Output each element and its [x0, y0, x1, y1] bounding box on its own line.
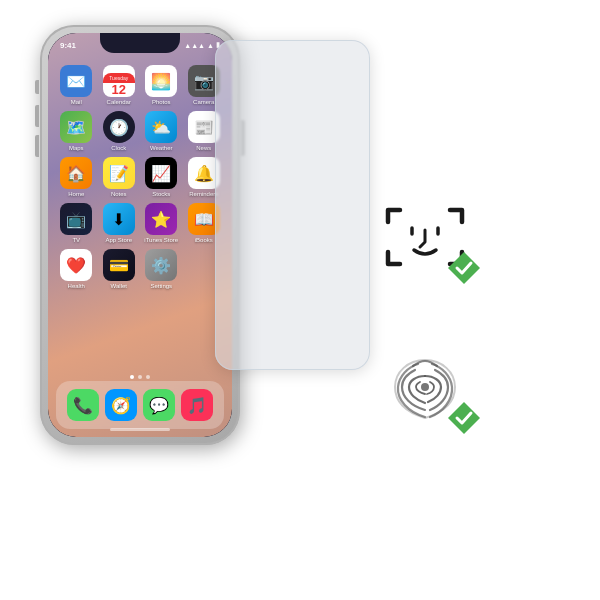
app-wallet[interactable]: 💳 Wallet [101, 249, 138, 289]
photos-icon: 🌅 [145, 65, 177, 97]
dock-messages[interactable]: 💬 [143, 389, 175, 421]
health-label: Health [68, 283, 85, 289]
calendar-icon: Tuesday 12 [103, 65, 135, 97]
tv-label: TV [72, 237, 80, 243]
app-mail[interactable]: ✉️ Mail [58, 65, 95, 105]
app-itunes[interactable]: ⭐ iTunes Store [143, 203, 180, 243]
app-calendar[interactable]: Tuesday 12 Calendar [101, 65, 138, 105]
status-time: 9:41 [60, 41, 76, 50]
face-id-container [380, 200, 470, 280]
dot-1 [130, 375, 134, 379]
dock: 📞 🧭 💬 🎵 [56, 381, 224, 429]
safari-icon: 🧭 [105, 389, 137, 421]
settings-label: Settings [150, 283, 172, 289]
app-health[interactable]: ❤️ Health [58, 249, 95, 289]
check-icon-face [446, 250, 482, 286]
maps-icon: 🗺️ [60, 111, 92, 143]
health-icon: ❤️ [60, 249, 92, 281]
features-panel [330, 45, 520, 585]
volume-up-button [35, 105, 39, 127]
app-tv[interactable]: 📺 TV [58, 203, 95, 243]
svg-point-3 [421, 383, 429, 391]
dock-music[interactable]: 🎵 [181, 389, 213, 421]
wallet-icon: 💳 [103, 249, 135, 281]
status-icons: ▲▲▲ ▲ ▮ [184, 41, 220, 49]
iphone-screen: 9:41 ▲▲▲ ▲ ▮ ✉️ Mail [48, 33, 232, 437]
camera-label: Camera [193, 99, 214, 105]
app-weather[interactable]: ⛅ Weather [143, 111, 180, 151]
tv-icon: 📺 [60, 203, 92, 235]
svg-marker-2 [448, 252, 480, 284]
calendar-label: Calendar [107, 99, 131, 105]
page-dots [130, 375, 150, 379]
iphone-inner: 9:41 ▲▲▲ ▲ ▮ ✉️ Mail [48, 33, 232, 437]
status-bar: 9:41 ▲▲▲ ▲ ▮ [48, 36, 232, 54]
notes-icon: 📝 [103, 157, 135, 189]
mail-icon: ✉️ [60, 65, 92, 97]
app-home[interactable]: 🏠 Home [58, 157, 95, 197]
svg-marker-4 [448, 402, 480, 434]
messages-icon: 💬 [143, 389, 175, 421]
photos-label: Photos [152, 99, 171, 105]
dot-2 [138, 375, 142, 379]
check-icon-fingerprint [446, 400, 482, 436]
clock-icon: 🕐 [103, 111, 135, 143]
reminders-label: Reminders [189, 191, 218, 197]
itunes-label: iTunes Store [144, 237, 178, 243]
fingerprint-feature [380, 350, 470, 430]
settings-icon: ⚙️ [145, 249, 177, 281]
appstore-label: App Store [105, 237, 132, 243]
phone-icon: 📞 [67, 389, 99, 421]
app-notes[interactable]: 📝 Notes [101, 157, 138, 197]
music-icon: 🎵 [181, 389, 213, 421]
app-grid: ✉️ Mail Tuesday 12 Calendar 🌅 Photos [54, 61, 226, 293]
wallet-label: Wallet [111, 283, 127, 289]
fingerprint-container [380, 350, 470, 430]
itunes-icon: ⭐ [145, 203, 177, 235]
silent-button [35, 80, 39, 94]
mail-label: Mail [71, 99, 82, 105]
ibooks-label: iBooks [195, 237, 213, 243]
wifi-icon: ▲ [207, 42, 214, 49]
volume-down-button [35, 135, 39, 157]
maps-label: Maps [69, 145, 84, 151]
clock-label: Clock [111, 145, 126, 151]
dock-phone[interactable]: 📞 [67, 389, 99, 421]
app-maps[interactable]: 🗺️ Maps [58, 111, 95, 151]
dot-3 [146, 375, 150, 379]
signal-icon: ▲▲▲ [184, 42, 205, 49]
face-id-check [446, 250, 482, 290]
notes-label: Notes [111, 191, 127, 197]
weather-icon: ⛅ [145, 111, 177, 143]
app-photos[interactable]: 🌅 Photos [143, 65, 180, 105]
app-appstore[interactable]: ⬇ App Store [101, 203, 138, 243]
dock-safari[interactable]: 🧭 [105, 389, 137, 421]
appstore-icon: ⬇ [103, 203, 135, 235]
news-label: News [196, 145, 211, 151]
home-label: Home [68, 191, 84, 197]
home-icon: 🏠 [60, 157, 92, 189]
iphone-device: 9:41 ▲▲▲ ▲ ▮ ✉️ Mail [40, 25, 240, 445]
app-settings[interactable]: ⚙️ Settings [143, 249, 180, 289]
app-clock[interactable]: 🕐 Clock [101, 111, 138, 151]
stocks-label: Stocks [152, 191, 170, 197]
face-id-feature [380, 200, 470, 280]
app-stocks[interactable]: 📈 Stocks [143, 157, 180, 197]
stocks-icon: 📈 [145, 157, 177, 189]
main-scene: 9:41 ▲▲▲ ▲ ▮ ✉️ Mail [20, 15, 580, 585]
fingerprint-check [446, 400, 482, 440]
weather-label: Weather [150, 145, 173, 151]
home-indicator [110, 428, 170, 431]
